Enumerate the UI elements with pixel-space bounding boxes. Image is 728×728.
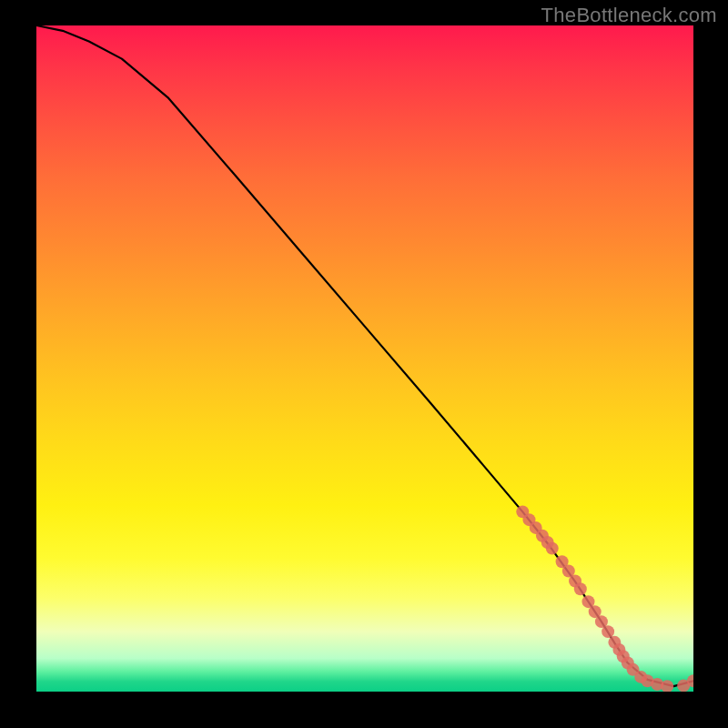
chart-svg <box>36 25 693 692</box>
plot-area <box>35 25 693 693</box>
bottleneck-curve <box>36 25 693 686</box>
highlight-point <box>546 542 559 555</box>
curve-path-group <box>36 25 693 686</box>
chart-frame: TheBottleneck.com <box>0 0 728 728</box>
highlight-point <box>602 625 614 638</box>
watermark-text: TheBottleneck.com <box>541 4 717 27</box>
highlight-points-group <box>516 505 693 692</box>
highlight-point <box>574 582 587 595</box>
